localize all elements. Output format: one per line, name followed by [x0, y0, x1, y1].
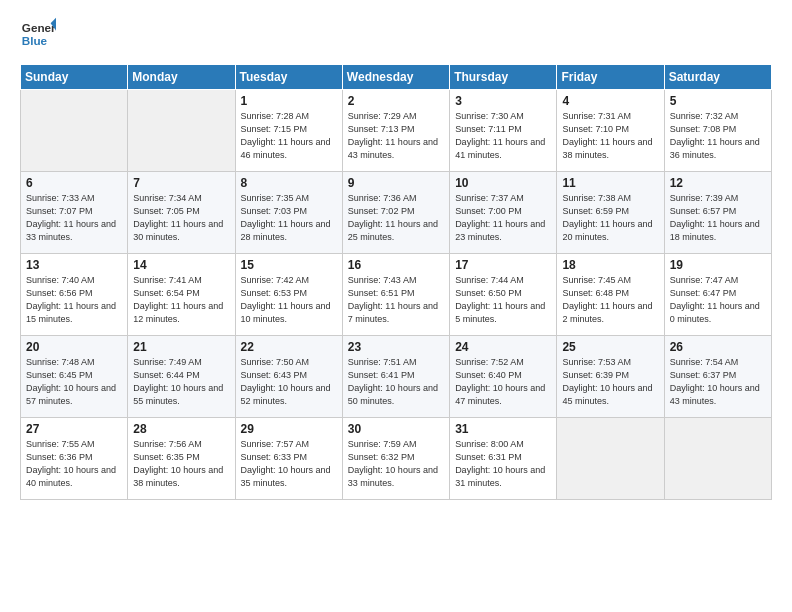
weekday-header-saturday: Saturday	[664, 65, 771, 90]
day-info: Sunrise: 7:30 AM Sunset: 7:11 PM Dayligh…	[455, 110, 551, 162]
day-number: 7	[133, 176, 229, 190]
day-info: Sunrise: 7:53 AM Sunset: 6:39 PM Dayligh…	[562, 356, 658, 408]
day-info: Sunrise: 7:52 AM Sunset: 6:40 PM Dayligh…	[455, 356, 551, 408]
day-info: Sunrise: 7:29 AM Sunset: 7:13 PM Dayligh…	[348, 110, 444, 162]
day-info: Sunrise: 7:37 AM Sunset: 7:00 PM Dayligh…	[455, 192, 551, 244]
day-number: 25	[562, 340, 658, 354]
calendar-cell: 30Sunrise: 7:59 AM Sunset: 6:32 PM Dayli…	[342, 418, 449, 500]
svg-text:Blue: Blue	[22, 34, 48, 47]
calendar-cell: 23Sunrise: 7:51 AM Sunset: 6:41 PM Dayli…	[342, 336, 449, 418]
day-info: Sunrise: 7:28 AM Sunset: 7:15 PM Dayligh…	[241, 110, 337, 162]
day-info: Sunrise: 7:41 AM Sunset: 6:54 PM Dayligh…	[133, 274, 229, 326]
calendar-cell: 5Sunrise: 7:32 AM Sunset: 7:08 PM Daylig…	[664, 90, 771, 172]
day-info: Sunrise: 7:57 AM Sunset: 6:33 PM Dayligh…	[241, 438, 337, 490]
calendar-cell: 4Sunrise: 7:31 AM Sunset: 7:10 PM Daylig…	[557, 90, 664, 172]
day-number: 27	[26, 422, 122, 436]
calendar-week-row: 20Sunrise: 7:48 AM Sunset: 6:45 PM Dayli…	[21, 336, 772, 418]
calendar-cell: 8Sunrise: 7:35 AM Sunset: 7:03 PM Daylig…	[235, 172, 342, 254]
calendar-cell	[664, 418, 771, 500]
day-info: Sunrise: 7:45 AM Sunset: 6:48 PM Dayligh…	[562, 274, 658, 326]
calendar-cell: 10Sunrise: 7:37 AM Sunset: 7:00 PM Dayli…	[450, 172, 557, 254]
day-number: 8	[241, 176, 337, 190]
day-number: 30	[348, 422, 444, 436]
calendar-week-row: 6Sunrise: 7:33 AM Sunset: 7:07 PM Daylig…	[21, 172, 772, 254]
day-info: Sunrise: 7:43 AM Sunset: 6:51 PM Dayligh…	[348, 274, 444, 326]
day-info: Sunrise: 7:59 AM Sunset: 6:32 PM Dayligh…	[348, 438, 444, 490]
day-info: Sunrise: 7:34 AM Sunset: 7:05 PM Dayligh…	[133, 192, 229, 244]
day-number: 9	[348, 176, 444, 190]
day-info: Sunrise: 7:54 AM Sunset: 6:37 PM Dayligh…	[670, 356, 766, 408]
day-number: 13	[26, 258, 122, 272]
calendar-cell: 3Sunrise: 7:30 AM Sunset: 7:11 PM Daylig…	[450, 90, 557, 172]
calendar-cell: 13Sunrise: 7:40 AM Sunset: 6:56 PM Dayli…	[21, 254, 128, 336]
calendar-cell: 26Sunrise: 7:54 AM Sunset: 6:37 PM Dayli…	[664, 336, 771, 418]
day-info: Sunrise: 7:44 AM Sunset: 6:50 PM Dayligh…	[455, 274, 551, 326]
day-number: 5	[670, 94, 766, 108]
day-number: 29	[241, 422, 337, 436]
day-info: Sunrise: 7:55 AM Sunset: 6:36 PM Dayligh…	[26, 438, 122, 490]
day-number: 14	[133, 258, 229, 272]
calendar-cell: 22Sunrise: 7:50 AM Sunset: 6:43 PM Dayli…	[235, 336, 342, 418]
calendar-cell: 15Sunrise: 7:42 AM Sunset: 6:53 PM Dayli…	[235, 254, 342, 336]
calendar-cell: 11Sunrise: 7:38 AM Sunset: 6:59 PM Dayli…	[557, 172, 664, 254]
calendar-cell: 21Sunrise: 7:49 AM Sunset: 6:44 PM Dayli…	[128, 336, 235, 418]
calendar-cell: 6Sunrise: 7:33 AM Sunset: 7:07 PM Daylig…	[21, 172, 128, 254]
calendar-cell: 27Sunrise: 7:55 AM Sunset: 6:36 PM Dayli…	[21, 418, 128, 500]
calendar-cell: 31Sunrise: 8:00 AM Sunset: 6:31 PM Dayli…	[450, 418, 557, 500]
calendar-cell	[21, 90, 128, 172]
calendar-cell: 28Sunrise: 7:56 AM Sunset: 6:35 PM Dayli…	[128, 418, 235, 500]
calendar-cell: 9Sunrise: 7:36 AM Sunset: 7:02 PM Daylig…	[342, 172, 449, 254]
day-info: Sunrise: 7:42 AM Sunset: 6:53 PM Dayligh…	[241, 274, 337, 326]
day-number: 3	[455, 94, 551, 108]
calendar-cell: 1Sunrise: 7:28 AM Sunset: 7:15 PM Daylig…	[235, 90, 342, 172]
day-number: 28	[133, 422, 229, 436]
weekday-header-sunday: Sunday	[21, 65, 128, 90]
weekday-header-wednesday: Wednesday	[342, 65, 449, 90]
day-info: Sunrise: 7:50 AM Sunset: 6:43 PM Dayligh…	[241, 356, 337, 408]
calendar-cell: 14Sunrise: 7:41 AM Sunset: 6:54 PM Dayli…	[128, 254, 235, 336]
day-info: Sunrise: 7:48 AM Sunset: 6:45 PM Dayligh…	[26, 356, 122, 408]
day-number: 2	[348, 94, 444, 108]
weekday-header-thursday: Thursday	[450, 65, 557, 90]
calendar-cell: 12Sunrise: 7:39 AM Sunset: 6:57 PM Dayli…	[664, 172, 771, 254]
calendar-week-row: 1Sunrise: 7:28 AM Sunset: 7:15 PM Daylig…	[21, 90, 772, 172]
day-info: Sunrise: 7:36 AM Sunset: 7:02 PM Dayligh…	[348, 192, 444, 244]
day-number: 22	[241, 340, 337, 354]
calendar-cell	[128, 90, 235, 172]
calendar-week-row: 27Sunrise: 7:55 AM Sunset: 6:36 PM Dayli…	[21, 418, 772, 500]
day-number: 24	[455, 340, 551, 354]
day-number: 19	[670, 258, 766, 272]
day-number: 16	[348, 258, 444, 272]
day-info: Sunrise: 7:49 AM Sunset: 6:44 PM Dayligh…	[133, 356, 229, 408]
calendar-cell: 7Sunrise: 7:34 AM Sunset: 7:05 PM Daylig…	[128, 172, 235, 254]
day-info: Sunrise: 7:38 AM Sunset: 6:59 PM Dayligh…	[562, 192, 658, 244]
day-info: Sunrise: 8:00 AM Sunset: 6:31 PM Dayligh…	[455, 438, 551, 490]
day-info: Sunrise: 7:33 AM Sunset: 7:07 PM Dayligh…	[26, 192, 122, 244]
day-number: 17	[455, 258, 551, 272]
day-number: 12	[670, 176, 766, 190]
day-number: 20	[26, 340, 122, 354]
logo: General Blue	[20, 16, 60, 52]
calendar-table: SundayMondayTuesdayWednesdayThursdayFrid…	[20, 64, 772, 500]
day-number: 11	[562, 176, 658, 190]
day-info: Sunrise: 7:31 AM Sunset: 7:10 PM Dayligh…	[562, 110, 658, 162]
day-info: Sunrise: 7:47 AM Sunset: 6:47 PM Dayligh…	[670, 274, 766, 326]
day-number: 4	[562, 94, 658, 108]
calendar-header: SundayMondayTuesdayWednesdayThursdayFrid…	[21, 65, 772, 90]
day-number: 26	[670, 340, 766, 354]
calendar-cell: 19Sunrise: 7:47 AM Sunset: 6:47 PM Dayli…	[664, 254, 771, 336]
day-info: Sunrise: 7:35 AM Sunset: 7:03 PM Dayligh…	[241, 192, 337, 244]
weekday-header-friday: Friday	[557, 65, 664, 90]
day-number: 23	[348, 340, 444, 354]
day-number: 10	[455, 176, 551, 190]
calendar-cell: 29Sunrise: 7:57 AM Sunset: 6:33 PM Dayli…	[235, 418, 342, 500]
weekday-header-row: SundayMondayTuesdayWednesdayThursdayFrid…	[21, 65, 772, 90]
day-info: Sunrise: 7:51 AM Sunset: 6:41 PM Dayligh…	[348, 356, 444, 408]
day-info: Sunrise: 7:32 AM Sunset: 7:08 PM Dayligh…	[670, 110, 766, 162]
day-info: Sunrise: 7:39 AM Sunset: 6:57 PM Dayligh…	[670, 192, 766, 244]
calendar-cell: 20Sunrise: 7:48 AM Sunset: 6:45 PM Dayli…	[21, 336, 128, 418]
day-number: 31	[455, 422, 551, 436]
page: General Blue SundayMondayTuesdayWednesda…	[0, 0, 792, 612]
day-number: 18	[562, 258, 658, 272]
calendar-cell: 2Sunrise: 7:29 AM Sunset: 7:13 PM Daylig…	[342, 90, 449, 172]
